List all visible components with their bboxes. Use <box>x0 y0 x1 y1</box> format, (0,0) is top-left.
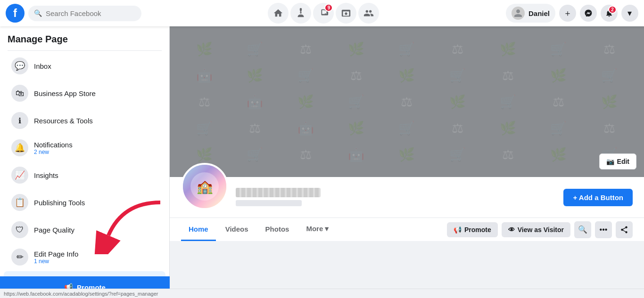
view-as-visitor-eye-icon: 👁 <box>508 226 515 234</box>
cover-pattern-icon: 🛒 <box>331 89 381 115</box>
tab-photos[interactable]: Photos <box>258 218 297 241</box>
cover-pattern-icon: ⚖ <box>381 89 432 115</box>
publishing-tools-icon: 📋 <box>11 194 28 211</box>
cover-pattern-icon: ⚖ <box>281 141 331 168</box>
cover-pattern-icon: 🌿 <box>230 62 280 89</box>
page-quality-label: Page Quality <box>34 226 74 234</box>
sidebar-item-page-quality[interactable]: 🛡 Page Quality <box>4 217 165 243</box>
cover-pattern-icon: 🌿 <box>483 115 533 141</box>
view-as-visitor-label: View as Visitor <box>518 226 564 234</box>
pages-nav-button[interactable] <box>290 3 311 24</box>
cover-pattern-icon: 🛒 <box>179 115 230 141</box>
cover-pattern-icon: 🛒 <box>533 115 584 141</box>
search-tab-button[interactable]: 🔍 <box>574 221 591 238</box>
cover-pattern-icon: ⚖ <box>230 115 280 141</box>
page-main-content: 🌿 🛒 ⚖ 🌿 🛒 ⚖ 🌿 🛒 ⚖ 🤖 🌿 🛒 ⚖ 🌿 🛒 ⚖ 🌿 🛒 ⚖ <box>170 26 644 298</box>
cover-pattern-icon: 🤖 <box>179 62 230 89</box>
search-bar[interactable]: 🔍 <box>28 6 141 21</box>
cover-pattern-icon: ⚖ <box>179 89 230 115</box>
marketplace-nav-button[interactable] <box>336 3 356 24</box>
sidebar-item-notifications[interactable]: 🔔 Notifications 2 new <box>4 135 165 161</box>
tab-home[interactable]: Home <box>181 218 216 241</box>
publishing-tools-label: Publishing Tools <box>34 199 85 207</box>
cover-pattern-icon: 🌿 <box>331 36 381 62</box>
cover-pattern-icon: 🌿 <box>483 36 533 62</box>
tab-videos[interactable]: Videos <box>218 218 256 241</box>
sidebar: Manage Page 💬 Inbox 🛍 Business App Store… <box>0 26 170 298</box>
more-options-tab-button[interactable]: ••• <box>595 221 612 238</box>
cover-pattern-icon: 🛒 <box>381 36 432 62</box>
top-navigation: f 🔍 9 Daniel ＋ <box>0 0 644 26</box>
cover-edit-button[interactable]: 📷 Edit <box>599 153 636 169</box>
profile-section: 🏫 + Add a Button <box>170 177 644 217</box>
page-tabs: Home Videos Photos More ▾ 📢 Promote 👁 Vi… <box>170 217 644 241</box>
video-nav-button[interactable]: 9 <box>313 3 334 24</box>
cover-pattern-icon: 🛒 <box>432 62 483 89</box>
cover-pattern-icon: 🌿 <box>533 62 584 89</box>
cover-pattern-icon: 🌿 <box>331 115 381 141</box>
cover-pattern-icon: 🛒 <box>381 115 432 141</box>
business-app-icon: 🛍 <box>11 85 28 102</box>
resources-label: Resources & Tools <box>34 117 93 125</box>
business-app-label: Business App Store <box>34 89 96 97</box>
tab-home-label: Home <box>189 225 208 233</box>
tab-more-label: More ▾ <box>306 225 329 233</box>
share-tab-button[interactable] <box>616 221 633 238</box>
cover-pattern-icon: 🤖 <box>281 115 331 141</box>
menu-dropdown-button[interactable]: ▾ <box>621 5 638 22</box>
user-chip[interactable]: Daniel <box>506 4 555 23</box>
insights-label: Insights <box>34 171 58 179</box>
nav-left: f 🔍 <box>6 4 141 23</box>
page-quality-icon: 🛡 <box>11 221 28 238</box>
cover-pattern-icon: 🌿 <box>584 89 635 115</box>
notifications-button[interactable]: 2 <box>601 5 618 22</box>
edit-page-badge: 1 new <box>34 258 78 265</box>
facebook-logo[interactable]: f <box>6 4 25 23</box>
cover-pattern-icon: 🤖 <box>230 89 280 115</box>
cover-pattern-icon: 🌿 <box>432 89 483 115</box>
profile-handle-blurred <box>236 200 302 206</box>
sidebar-divider-top <box>8 50 162 51</box>
view-as-visitor-button[interactable]: 👁 View as Visitor <box>502 222 570 237</box>
sidebar-title: Manage Page <box>0 26 169 48</box>
sidebar-item-edit-page-info[interactable]: ✏ Edit Page Info 1 new <box>4 244 165 270</box>
cover-pattern-icon: 🌿 <box>381 62 432 89</box>
camera-icon: 📷 <box>606 158 614 165</box>
tab-videos-label: Videos <box>225 225 248 233</box>
sidebar-item-business-app-store[interactable]: 🛍 Business App Store <box>4 80 165 106</box>
notifications-badge: 2 <box>608 6 617 14</box>
cover-pattern-icon: 🌿 <box>281 89 331 115</box>
cover-pattern-icon: 🛒 <box>230 141 280 168</box>
resources-icon: ℹ <box>11 112 28 129</box>
edit-page-label: Edit Page Info <box>34 250 78 258</box>
search-icon: 🔍 <box>34 9 42 17</box>
cover-pattern-icon: 🌿 <box>381 141 432 168</box>
profile-info <box>236 188 556 210</box>
cover-pattern-icon: ⚖ <box>331 62 381 89</box>
messenger-button[interactable] <box>580 5 597 22</box>
sidebar-item-resources[interactable]: ℹ Resources & Tools <box>4 107 165 134</box>
cover-pattern-icon: 🛒 <box>483 89 533 115</box>
search-input[interactable] <box>46 9 136 17</box>
groups-nav-button[interactable] <box>358 3 379 24</box>
sidebar-item-insights[interactable]: 📈 Insights <box>4 162 165 188</box>
inbox-label: Inbox <box>34 62 51 70</box>
insights-icon: 📈 <box>11 167 28 184</box>
cover-pattern-icon: 🌿 <box>533 141 584 168</box>
add-button-cta[interactable]: + Add a Button <box>563 189 633 206</box>
cover-pattern-icon: 🛒 <box>584 62 635 89</box>
add-button-label: + Add a Button <box>573 193 623 201</box>
notifications-sidebar-badge: 2 new <box>34 149 73 155</box>
promote-tab-icon: 📢 <box>454 226 462 234</box>
promote-tab-label: Promote <box>464 226 491 234</box>
home-nav-button[interactable] <box>268 3 289 24</box>
cover-pattern-icon: 🛒 <box>230 36 280 62</box>
sidebar-item-inbox[interactable]: 💬 Inbox <box>4 53 165 79</box>
sidebar-item-publishing-tools[interactable]: 📋 Publishing Tools <box>4 189 165 216</box>
video-badge: 9 <box>324 4 333 12</box>
cover-pattern: 🌿 🛒 ⚖ 🌿 🛒 ⚖ 🌿 🛒 ⚖ 🤖 🌿 🛒 ⚖ 🌿 🛒 ⚖ 🌿 🛒 ⚖ <box>170 26 644 177</box>
promote-tab-button[interactable]: 📢 Promote <box>447 222 498 237</box>
create-button[interactable]: ＋ <box>559 5 576 22</box>
cover-edit-label: Edit <box>617 158 629 165</box>
tab-more[interactable]: More ▾ <box>298 218 336 241</box>
